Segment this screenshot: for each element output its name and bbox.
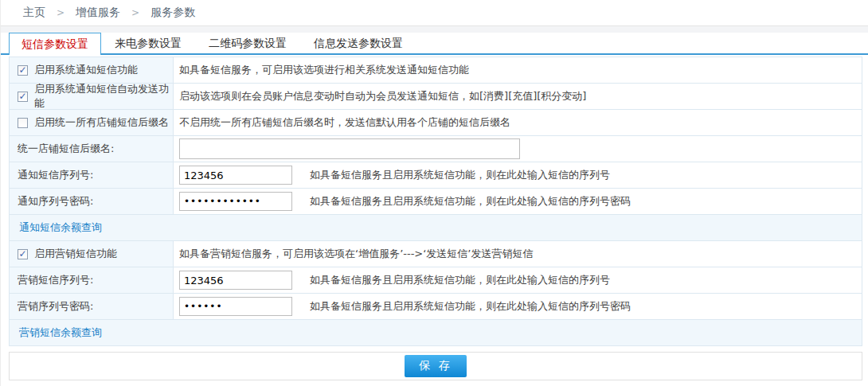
tab-incoming-call-params[interactable]: 来电参数设置 [101,33,195,53]
divider-band [1,26,868,33]
row-label: 营销短信序列号: [18,273,93,287]
row-label: 营销序列号密码: [18,299,93,314]
breadcrumb-item-home[interactable]: 主页 [23,6,45,20]
row-label-cell: 启用系统通知短信自动发送功能 [10,84,174,109]
checkbox-system-notify-sms[interactable] [18,65,28,76]
marketing-sms-balance-link[interactable]: 营销短信余额查询 [19,326,102,340]
tab-qrcode-params[interactable]: 二维码参数设置 [195,33,300,53]
table-row: 统一店铺短信后缀名: [10,136,862,162]
checkbox-auto-send-notify-sms[interactable] [18,92,28,102]
row-label-cell: 营销序列号密码: [10,294,174,319]
table-row: 启用统一所有店铺短信后缀名 不启用统一所有店铺短信后缀名时，发送信默认用各个店铺… [10,110,862,136]
save-button-bar: 保 存 [9,352,862,380]
save-button[interactable]: 保 存 [405,355,467,377]
table-row: 通知序列号密码: 如具备短信服务且启用系统短信功能，则在此处输入短信的序列号密码 [10,189,862,215]
row-label-cell: 启用营销短信功能 [10,241,174,267]
row-input-cell: 如具备短信服务且启用系统短信功能，则在此处输入短信的序列号密码 [174,294,862,319]
notify-sms-balance-link[interactable]: 通知短信余额查询 [19,220,102,235]
row-description: 如具备短信服务，可启用该选项进行相关系统发送通知短信功能 [174,57,862,83]
tab-bar: 短信参数设置 来电参数设置 二维码参数设置 信息发送参数设置 [1,33,868,55]
table-row: 营销短信余额查询 [10,320,862,346]
row-label-cell: 通知短信序列号: [10,162,174,188]
row-description: 如具备短信服务且启用系统短信功能，则在此处输入短信的序列号 [310,168,610,182]
row-label: 通知短信序列号: [18,168,93,182]
table-row: 启用营销短信功能 如具备营销短信服务，可启用该选项在‘增值服务’--->‘发送短… [10,241,862,267]
row-description: 不启用统一所有店铺短信后缀名时，发送信默认用各个店铺的短信后缀名 [174,110,862,135]
breadcrumb-separator: > [57,7,65,18]
unified-suffix-input[interactable] [179,138,520,159]
row-label-cell: 启用统一所有店铺短信后缀名 [10,110,174,135]
row-label: 启用系统通知短信功能 [34,63,138,77]
table-row: 营销短信序列号: 如具备短信服务且启用系统短信功能，则在此处输入短信的序列号 [10,267,862,294]
row-description: 如具备营销短信服务，可启用该选项在‘增值服务’--->‘发送短信’发送营销短信 [174,241,862,267]
breadcrumb-item-value-added-service[interactable]: 增值服务 [76,6,120,20]
breadcrumb-item-service-params[interactable]: 服务参数 [151,6,195,20]
row-input-cell: 如具备短信服务且启用系统短信功能，则在此处输入短信的序列号 [174,267,862,293]
row-description: 如具备短信服务且启用系统短信功能，则在此处输入短信的序列号 [310,273,610,287]
row-description: 如具备短信服务且启用系统短信功能，则在此处输入短信的序列号密码 [310,194,631,209]
notify-sms-serial-input[interactable] [179,166,292,185]
tab-sms-params[interactable]: 短信参数设置 [9,33,101,55]
breadcrumb: 主页 > 增值服务 > 服务参数 [1,0,868,26]
row-label-cell: 通知序列号密码: [10,189,174,214]
row-label-cell: 统一店铺短信后缀名: [10,136,174,162]
row-label-cell: 启用系统通知短信功能 [10,57,174,83]
checkbox-marketing-sms[interactable] [18,249,28,259]
row-input-cell: 如具备短信服务且启用系统短信功能，则在此处输入短信的序列号密码 [174,189,862,214]
settings-table: 启用系统通知短信功能 如具备短信服务，可启用该选项进行相关系统发送通知短信功能 … [9,57,862,346]
row-description: 启动该选项则在会员账户信息变动时自动为会员发送通知短信，如[消费][充值][积分… [174,84,862,109]
row-label-cell: 营销短信序列号: [10,267,174,293]
table-row: 通知短信序列号: 如具备短信服务且启用系统短信功能，则在此处输入短信的序列号 [10,162,862,189]
marketing-sms-serial-input[interactable] [179,271,292,290]
notify-serial-password-input[interactable] [179,192,292,211]
row-label: 启用营销短信功能 [34,247,117,261]
row-label: 通知序列号密码: [18,194,93,209]
tab-message-send-params[interactable]: 信息发送参数设置 [300,33,416,53]
row-input-cell: 如具备短信服务且启用系统短信功能，则在此处输入短信的序列号 [174,162,862,188]
row-description: 如具备短信服务且启用系统短信功能，则在此处输入短信的序列号密码 [310,299,631,314]
table-row: 启用系统通知短信自动发送功能 启动该选项则在会员账户信息变动时自动为会员发送通知… [10,84,862,110]
checkbox-unified-shop-suffix[interactable] [18,118,28,128]
row-label: 启用系统通知短信自动发送功能 [34,82,173,111]
row-input-cell [174,136,862,162]
breadcrumb-separator: > [131,7,139,18]
row-label: 统一店铺短信后缀名: [18,142,114,156]
table-row: 营销序列号密码: 如具备短信服务且启用系统短信功能，则在此处输入短信的序列号密码 [10,294,862,320]
spacer [1,346,868,352]
table-row: 启用系统通知短信功能 如具备短信服务，可启用该选项进行相关系统发送通知短信功能 [10,57,862,84]
table-row: 通知短信余额查询 [10,215,862,241]
row-label: 启用统一所有店铺短信后缀名 [34,115,169,130]
marketing-serial-password-input[interactable] [179,297,292,316]
